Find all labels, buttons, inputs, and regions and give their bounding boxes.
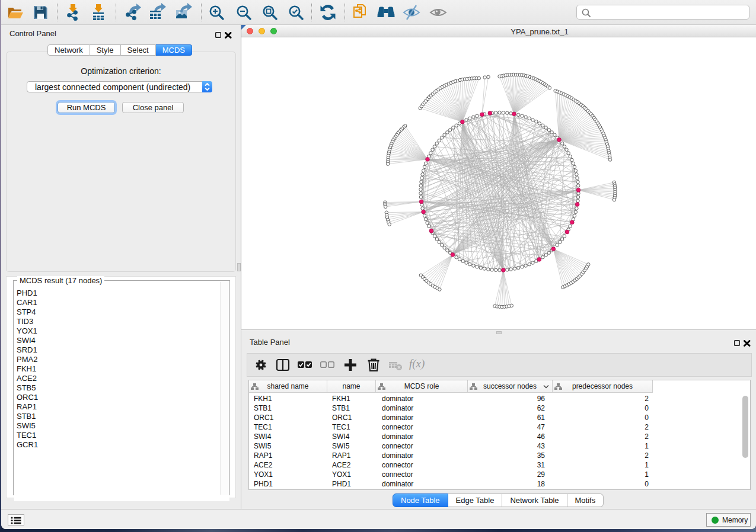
svg-text:f(x): f(x)	[409, 357, 425, 370]
